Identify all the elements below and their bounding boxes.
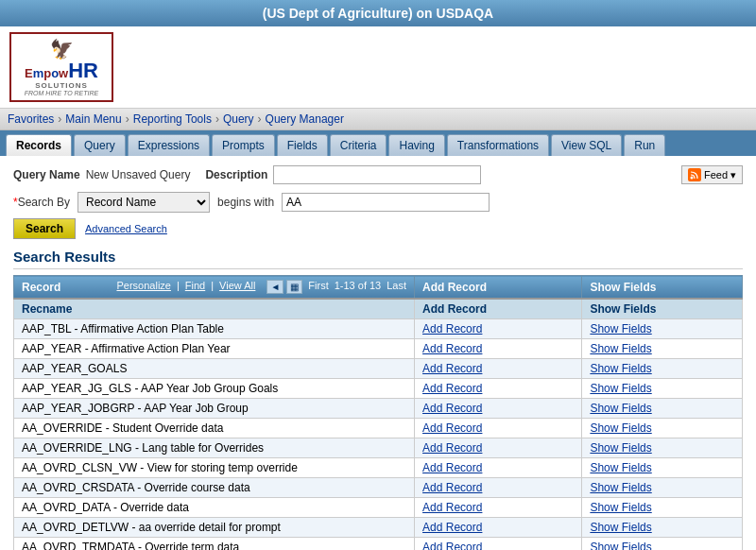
record-name-cell: AAP_TBL - Affirmative Action Plan Table — [14, 319, 415, 339]
add-record-cell: Add Record — [415, 379, 582, 399]
view-all-link[interactable]: View All — [219, 280, 255, 294]
nav-favorites[interactable]: Favorites — [8, 112, 54, 126]
show-fields-cell: Show Fields — [582, 498, 743, 518]
tab-run[interactable]: Run — [624, 134, 665, 156]
add-record-link[interactable]: Add Record — [422, 382, 482, 395]
show-fields-link[interactable]: Show Fields — [590, 362, 651, 375]
nav-query[interactable]: Query — [223, 112, 254, 126]
add-record-subheader: Add Record — [415, 299, 582, 319]
record-name-cell: AAP_YEAR_JOBGRP - AAP Year Job Group — [14, 399, 415, 419]
tab-criteria[interactable]: Criteria — [330, 134, 387, 156]
record-name-cell: AA_OVRD_DATA - Override data — [14, 498, 415, 518]
tab-having[interactable]: Having — [388, 134, 444, 156]
search-value-input[interactable] — [282, 193, 490, 212]
search-by-label: *Search By — [13, 196, 70, 209]
add-record-cell: Add Record — [415, 339, 582, 359]
record-col-header: Record Personalize | Find | View All ◄ ▦ — [14, 276, 415, 300]
show-fields-link[interactable]: Show Fields — [590, 382, 651, 395]
add-record-cell: Add Record — [415, 538, 582, 551]
table-row: AA_OVRD_CLSN_VW - View for storing temp … — [14, 458, 743, 478]
search-button[interactable]: Search — [13, 218, 76, 239]
show-col-header: Show Fields — [582, 276, 743, 300]
nav-icons: ◄ ▦ — [266, 280, 302, 294]
add-col-header: Add Record — [415, 276, 582, 300]
find-link[interactable]: Find — [185, 280, 205, 294]
search-by-select[interactable]: Record Name Record Description Field Nam… — [77, 192, 210, 213]
header-bar: (US Dept of Agriculture) on USDAQA — [0, 0, 756, 26]
show-fields-link[interactable]: Show Fields — [590, 461, 651, 474]
svg-point-0 — [690, 177, 693, 180]
add-record-cell: Add Record — [415, 498, 582, 518]
prev-icon[interactable]: ◄ — [266, 280, 284, 294]
add-record-link[interactable]: Add Record — [422, 541, 482, 550]
show-fields-link[interactable]: Show Fields — [590, 481, 651, 494]
add-record-link[interactable]: Add Record — [422, 501, 482, 514]
show-fields-link[interactable]: Show Fields — [590, 342, 651, 355]
add-record-link[interactable]: Add Record — [422, 481, 482, 494]
show-fields-link[interactable]: Show Fields — [590, 402, 651, 415]
add-record-link[interactable]: Add Record — [422, 461, 482, 474]
add-record-cell: Add Record — [415, 458, 582, 478]
show-fields-cell: Show Fields — [582, 339, 743, 359]
show-fields-cell: Show Fields — [582, 419, 743, 438]
required-star: * — [13, 196, 18, 209]
header-title: (US Dept of Agriculture) on USDAQA — [263, 6, 493, 21]
add-record-link[interactable]: Add Record — [422, 402, 482, 415]
tab-query[interactable]: Query — [74, 134, 126, 156]
description-input[interactable] — [273, 165, 481, 184]
feed-icon — [688, 168, 701, 181]
personalize-link[interactable]: Personalize — [116, 280, 170, 294]
tab-view-sql[interactable]: View SQL — [551, 134, 622, 156]
show-fields-link[interactable]: Show Fields — [590, 541, 651, 550]
nav-main-menu[interactable]: Main Menu — [65, 112, 121, 126]
col-subheader-row: Recname Add Record Show Fields — [14, 299, 743, 319]
show-fields-link[interactable]: Show Fields — [590, 421, 651, 435]
record-col-label: Record — [22, 281, 60, 294]
tab-prompts[interactable]: Prompts — [212, 134, 275, 156]
add-record-link[interactable]: Add Record — [422, 421, 482, 435]
show-fields-cell: Show Fields — [582, 399, 743, 419]
tab-records[interactable]: Records — [6, 134, 72, 156]
show-fields-cell: Show Fields — [582, 478, 743, 498]
tab-expressions[interactable]: Expressions — [128, 134, 210, 156]
record-name-cell: AAP_YEAR_GOALS — [14, 359, 415, 379]
add-record-link[interactable]: Add Record — [422, 521, 482, 534]
query-name-row: Query Name New Unsaved Query Description… — [13, 165, 743, 184]
logo-hr: HR — [68, 60, 98, 81]
query-name-label: Query Name — [13, 168, 80, 181]
feed-label: Feed — [704, 169, 728, 180]
begins-with-label: begins with — [217, 196, 274, 209]
table-row: AAP_YEAR - Affirmative Action Plan YearA… — [14, 339, 743, 359]
table-row: AAP_YEAR_JOBGRP - AAP Year Job GroupAdd … — [14, 399, 743, 419]
tab-transformations[interactable]: Transformations — [447, 134, 549, 156]
show-fields-cell: Show Fields — [582, 458, 743, 478]
add-record-cell: Add Record — [415, 478, 582, 498]
logo-solutions: SOLUTIONS — [35, 81, 88, 90]
table-row: AAP_TBL - Affirmative Action Plan TableA… — [14, 319, 743, 339]
grid-icon[interactable]: ▦ — [286, 280, 302, 294]
show-fields-link[interactable]: Show Fields — [590, 501, 651, 514]
tab-fields[interactable]: Fields — [277, 134, 328, 156]
add-record-link[interactable]: Add Record — [422, 342, 482, 355]
search-btn-row: Search Advanced Search — [13, 218, 743, 239]
logo-tagline: FROM HIRE TO RETIRE — [25, 90, 98, 96]
nav-reporting-tools[interactable]: Reporting Tools — [133, 112, 212, 126]
show-fields-cell: Show Fields — [582, 438, 743, 458]
show-fields-link[interactable]: Show Fields — [590, 441, 651, 455]
main-content: Query Name New Unsaved Query Description… — [0, 156, 756, 550]
logo: 🦅 Empow HR SOLUTIONS FROM HIRE TO RETIRE — [9, 32, 113, 102]
add-record-link[interactable]: Add Record — [422, 322, 482, 335]
add-record-link[interactable]: Add Record — [422, 441, 482, 455]
record-name-cell: AA_OVERRIDE_LNG - Lang table for Overrid… — [14, 438, 415, 458]
table-row: AA_OVERRIDE - Student Override dataAdd R… — [14, 419, 743, 438]
show-fields-link[interactable]: Show Fields — [590, 322, 651, 335]
nav-query-manager[interactable]: Query Manager — [266, 112, 344, 126]
add-record-link[interactable]: Add Record — [422, 362, 482, 375]
advanced-search-link[interactable]: Advanced Search — [85, 223, 167, 234]
feed-button[interactable]: Feed ▾ — [681, 165, 743, 184]
add-record-cell: Add Record — [415, 518, 582, 538]
show-fields-cell: Show Fields — [582, 319, 743, 339]
show-fields-link[interactable]: Show Fields — [590, 521, 651, 534]
results-table: Record Personalize | Find | View All ◄ ▦ — [13, 275, 743, 550]
show-fields-cell: Show Fields — [582, 538, 743, 551]
